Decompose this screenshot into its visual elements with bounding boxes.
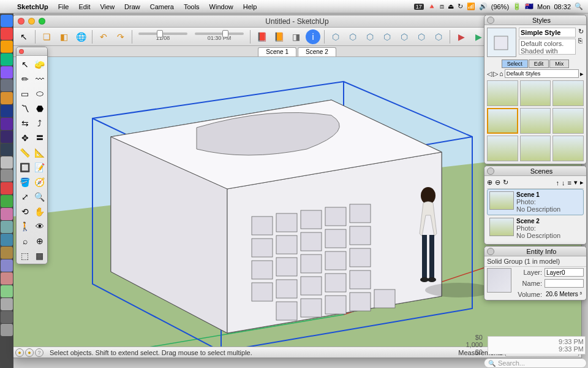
entity-collapse-icon[interactable] xyxy=(487,248,494,255)
undo-icon[interactable]: ↶ xyxy=(96,29,111,44)
scene-tab-2[interactable]: Scene 2 xyxy=(298,47,336,56)
view-front-icon[interactable]: ⬡ xyxy=(363,29,377,44)
tool-button[interactable]: 〰 xyxy=(32,72,47,86)
palette-close-icon[interactable] xyxy=(19,49,24,54)
dock-app-icon[interactable] xyxy=(1,298,13,310)
tool-button[interactable]: 🧭 xyxy=(32,175,47,189)
redo-icon[interactable]: ↷ xyxy=(113,29,128,44)
adobe-updater-icon[interactable]: 17 xyxy=(414,4,424,10)
tool-button[interactable]: 🧽 xyxy=(32,57,47,71)
menu-draw[interactable]: Draw xyxy=(119,3,145,10)
scene-item-1[interactable]: Scene 1Photo:No Description xyxy=(487,189,584,215)
style-desc-field[interactable]: Default colors. Shaded with textures fac… xyxy=(519,39,576,55)
tool-button[interactable]: ↖ xyxy=(18,57,32,71)
scene-tab-1[interactable]: Scene 1 xyxy=(258,47,296,56)
dock-app-icon[interactable] xyxy=(1,131,13,143)
dock-app-icon[interactable] xyxy=(1,144,13,156)
tool-button[interactable]: ▭ xyxy=(18,86,32,101)
current-style-thumbnail[interactable] xyxy=(487,28,516,57)
styles-collapse-icon[interactable] xyxy=(487,17,494,24)
dock-app-icon[interactable] xyxy=(1,28,13,40)
scene-remove-btn-icon[interactable]: ⊖ xyxy=(495,178,500,186)
styles-tab-edit[interactable]: Edit xyxy=(529,59,549,68)
make-component-icon[interactable]: ❏ xyxy=(39,29,54,44)
model-info-icon[interactable]: 📕 xyxy=(254,29,269,44)
spotlight-search-input[interactable]: Search... xyxy=(484,358,587,368)
tool-button[interactable]: 📏 xyxy=(18,145,32,159)
paint-icon[interactable]: ◧ xyxy=(56,29,71,44)
tool-button[interactable]: ▦ xyxy=(32,248,47,263)
dock-app-icon[interactable] xyxy=(1,208,13,220)
tool-button[interactable]: 〽 xyxy=(18,101,32,115)
dock-app-icon[interactable] xyxy=(1,66,13,79)
dock-app-icon[interactable] xyxy=(1,272,13,285)
dock-app-icon[interactable] xyxy=(1,105,13,117)
dock-app-icon[interactable] xyxy=(1,92,13,104)
styles-home-icon[interactable]: ⌂ xyxy=(499,70,503,77)
dock-app-icon[interactable] xyxy=(1,234,13,246)
scene-up-icon[interactable]: ↑ xyxy=(556,179,560,186)
dock-app-icon[interactable] xyxy=(1,182,13,194)
dock-app-icon[interactable] xyxy=(1,40,13,53)
styles-library-dropdown[interactable]: Default Styles xyxy=(505,69,579,78)
zoom-window-icon[interactable] xyxy=(39,18,45,25)
menu-file[interactable]: File xyxy=(53,3,74,10)
menu-tools[interactable]: Tools xyxy=(179,3,205,10)
styles-icon[interactable]: ◨ xyxy=(288,29,303,44)
tool-button[interactable]: ✏ xyxy=(18,72,32,86)
globe-icon[interactable]: 🌐 xyxy=(74,29,88,44)
clock-time[interactable]: 08:32 xyxy=(554,3,571,10)
shadow-date-slider[interactable] xyxy=(138,33,187,35)
scene-item-2[interactable]: Scene 2Photo:No Description xyxy=(487,215,584,242)
dock-app-icon[interactable] xyxy=(1,195,13,207)
tool-button[interactable]: ⌕ xyxy=(18,234,32,248)
style-swatch[interactable] xyxy=(552,108,584,134)
status-credits-icon[interactable]: ● xyxy=(25,348,34,357)
info-icon[interactable]: i xyxy=(306,29,320,44)
sync-icon[interactable]: ↻ xyxy=(458,2,463,10)
battery-text[interactable]: (96%) xyxy=(491,3,509,10)
tool-button[interactable]: 📐 xyxy=(32,145,47,159)
style-swatch[interactable] xyxy=(487,136,518,161)
view-persp-icon[interactable]: ⬡ xyxy=(431,29,446,44)
style-swatch[interactable] xyxy=(487,80,518,106)
dock-app-icon[interactable] xyxy=(1,169,13,182)
tool-button[interactable]: 〓 xyxy=(32,131,47,145)
status-help-icon[interactable]: ? xyxy=(35,348,43,357)
dock-app-icon[interactable] xyxy=(1,221,13,233)
view-right-icon[interactable]: ⬡ xyxy=(380,29,394,44)
view-top-icon[interactable]: ⬡ xyxy=(345,29,360,44)
tool-button[interactable]: ⬚ xyxy=(18,248,32,263)
tool-button[interactable]: ✥ xyxy=(18,131,32,145)
style-swatch[interactable] xyxy=(520,108,551,134)
tool-button[interactable]: 📝 xyxy=(32,160,47,174)
dock-app-icon[interactable] xyxy=(1,247,13,259)
select-tool-icon[interactable]: ↖ xyxy=(17,29,31,44)
dock-app-icon[interactable] xyxy=(1,324,13,336)
tool-button[interactable]: ⟲ xyxy=(18,204,32,218)
tool-button[interactable]: 🪣 xyxy=(18,175,32,189)
outliner-icon[interactable]: 📙 xyxy=(271,29,286,44)
styles-tab-select[interactable]: Select xyxy=(502,59,528,68)
status-geo-icon[interactable]: ● xyxy=(15,348,24,357)
wifi-icon[interactable]: 📶 xyxy=(467,2,475,10)
close-window-icon[interactable] xyxy=(18,18,24,25)
tool-button[interactable]: ⬭ xyxy=(32,86,47,101)
scene-down-icon[interactable]: ↓ xyxy=(562,179,565,186)
scene-menu-icon[interactable]: ▾ xyxy=(574,178,578,186)
dock-app-icon[interactable] xyxy=(1,118,13,130)
flag-icon[interactable]: 🇦🇺 xyxy=(525,2,533,10)
styles-back-icon[interactable]: ◁ xyxy=(487,70,492,78)
menu-window[interactable]: Window xyxy=(205,3,238,10)
tool-button[interactable]: ⇆ xyxy=(18,116,32,130)
tool-button[interactable]: 🔍 xyxy=(32,190,47,204)
display-icon[interactable]: ⧈ xyxy=(440,2,444,10)
style-swatch[interactable] xyxy=(552,80,584,106)
menu-camera[interactable]: Camera xyxy=(145,3,179,10)
style-swatch[interactable] xyxy=(520,80,551,106)
dock-app-icon[interactable] xyxy=(1,285,13,297)
styles-tab-mix[interactable]: Mix xyxy=(549,59,569,68)
dock-app-icon[interactable] xyxy=(1,53,13,66)
battery-icon[interactable]: 🔋 xyxy=(513,2,521,10)
scene-add-icon[interactable]: ▶ xyxy=(454,29,469,44)
